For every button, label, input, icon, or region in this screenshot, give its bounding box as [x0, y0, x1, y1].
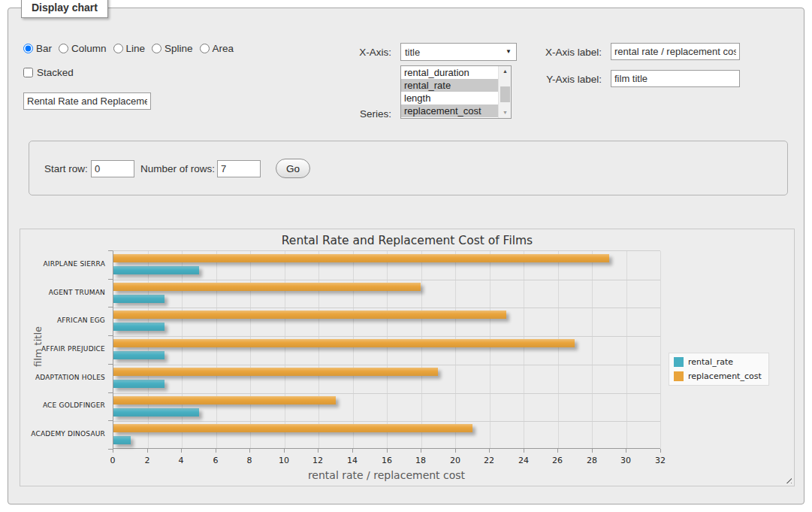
gridline-x: [626, 251, 627, 448]
category-label: AFRICAN EGG: [20, 317, 105, 324]
category-label: AFFAIR PREJUDICE: [20, 345, 105, 353]
bar-replacement-cost-adaptation-holes: [113, 368, 438, 376]
resize-handle-icon[interactable]: [783, 475, 792, 483]
legend-label-rental-rate: rental_rate: [688, 357, 733, 367]
x-tick: [455, 449, 456, 453]
yaxis-label-field-label: Y-Axis label:: [519, 74, 602, 85]
stacked-option[interactable]: Stacked: [23, 67, 74, 78]
gridline-x: [318, 251, 319, 448]
chart-type-label-bar: Bar: [36, 43, 52, 54]
bar-rental-rate-academy-dinosaur: [113, 436, 131, 444]
bar-replacement-cost-agent-truman: [113, 283, 421, 291]
xaxis-select-wrap: title ▼: [400, 43, 517, 61]
gridline-x: [250, 251, 251, 448]
chart-type-option-area[interactable]: Area: [200, 43, 234, 54]
bar-rental-rate-adaptation-holes: [113, 380, 165, 388]
number-of-rows-input[interactable]: [217, 160, 261, 177]
gridline-x: [421, 251, 422, 448]
x-tick: [421, 449, 421, 453]
display-chart-panel: Display chart BarColumnLineSplineArea St…: [8, 8, 804, 504]
series-option-rental-duration[interactable]: rental_duration: [401, 66, 498, 79]
gridline-x: [558, 251, 559, 448]
x-tick: [147, 449, 148, 453]
x-tick-label: 26: [546, 456, 569, 465]
gridline-x: [216, 251, 217, 448]
y-tick: [108, 250, 113, 251]
bar-replacement-cost-affair-prejudice: [113, 339, 575, 347]
legend-item-replacement-cost[interactable]: replacement_cost: [674, 371, 762, 381]
chart-type-radio-line[interactable]: [113, 44, 123, 53]
gridline-x: [660, 251, 661, 448]
x-tick: [387, 449, 388, 453]
chart-type-radio-area[interactable]: [200, 44, 210, 53]
series-option-replacement-cost[interactable]: replacement_cost: [401, 105, 498, 117]
chart-type-radio-spline[interactable]: [152, 44, 161, 53]
y-tick: [108, 392, 113, 393]
yaxis-label-input[interactable]: [611, 70, 740, 87]
go-button[interactable]: Go: [276, 159, 310, 178]
x-tick-label: 32: [649, 456, 672, 465]
xaxis-select-label: X-Axis:: [316, 47, 391, 58]
series-options: rental_durationrental_ratelengthreplacem…: [401, 66, 498, 118]
chart-type-option-spline[interactable]: Spline: [152, 43, 193, 54]
x-tick-label: 4: [170, 456, 192, 465]
start-row-label: Start row:: [44, 163, 88, 174]
chart-type-radio-column[interactable]: [59, 44, 68, 53]
x-tick-label: 16: [376, 456, 398, 465]
bar-replacement-cost-african-egg: [113, 311, 506, 319]
stacked-label: Stacked: [37, 67, 74, 78]
gridline-y: [113, 421, 660, 422]
scroll-thumb[interactable]: [500, 86, 510, 102]
bar-rental-rate-agent-truman: [113, 295, 165, 303]
chart-type-radio-bar[interactable]: [23, 44, 33, 53]
legend-swatch-rental-rate: [674, 357, 684, 367]
bar-replacement-cost-ace-goldfinger: [113, 396, 336, 404]
xaxis-label-field-label: X-Axis label:: [519, 47, 602, 58]
xaxis-select[interactable]: title: [400, 43, 517, 61]
gridline-x: [387, 251, 388, 448]
series-option-length[interactable]: length: [401, 92, 498, 105]
scroll-down-icon[interactable]: ▼: [499, 108, 512, 118]
chart-type-option-line[interactable]: Line: [113, 43, 146, 54]
category-label: ACADEMY DINOSAUR: [20, 430, 105, 438]
gridline-x: [592, 251, 593, 448]
chart-container: Rental Rate and Replacement Cost of Film…: [20, 229, 795, 486]
chart-type-label-line: Line: [126, 43, 146, 54]
x-tick-label: 20: [444, 456, 466, 465]
x-tick-label: 8: [238, 456, 261, 465]
chart-type-option-bar[interactable]: Bar: [23, 43, 52, 54]
x-tick: [489, 449, 490, 453]
chart-type-label-column: Column: [71, 43, 107, 54]
scroll-up-icon[interactable]: ▲: [499, 66, 512, 77]
x-tick-label: 18: [409, 456, 432, 465]
start-row-input[interactable]: [91, 160, 134, 177]
x-tick: [626, 449, 626, 453]
chart-legend: rental_ratereplacement_cost: [669, 353, 769, 386]
chart-type-radio-group: BarColumnLineSplineArea: [23, 43, 234, 54]
number-of-rows-label: Number of rows:: [140, 163, 215, 174]
legend-item-rental-rate[interactable]: rental_rate: [674, 357, 762, 367]
x-tick-label: 2: [136, 456, 158, 465]
y-tick: [108, 279, 113, 280]
x-tick: [284, 449, 285, 453]
y-tick: [108, 420, 113, 421]
y-tick: [108, 335, 113, 336]
series-option-rental-rate[interactable]: rental_rate: [401, 79, 498, 92]
x-tick: [249, 449, 250, 453]
series-scrollbar[interactable]: ▲ ▼: [498, 66, 511, 118]
gridline-x: [490, 251, 491, 448]
stacked-checkbox[interactable]: [23, 68, 33, 77]
series-listbox[interactable]: rental_durationrental_ratelengthreplacem…: [400, 65, 512, 119]
legend-swatch-replacement-cost: [674, 371, 684, 381]
x-tick: [592, 449, 593, 453]
chart-title-input[interactable]: [23, 92, 151, 110]
xaxis-label-input[interactable]: [611, 43, 740, 60]
gridline-y: [113, 336, 660, 337]
y-tick: [108, 307, 113, 308]
x-tick-label: 14: [341, 456, 364, 465]
category-label: ADAPTATION HOLES: [20, 374, 105, 381]
chart-type-option-column[interactable]: Column: [59, 43, 107, 54]
x-tick: [113, 449, 113, 453]
category-label: AIRPLANE SIERRA: [20, 260, 105, 268]
bar-rental-rate-airplane-sierra: [113, 266, 199, 274]
